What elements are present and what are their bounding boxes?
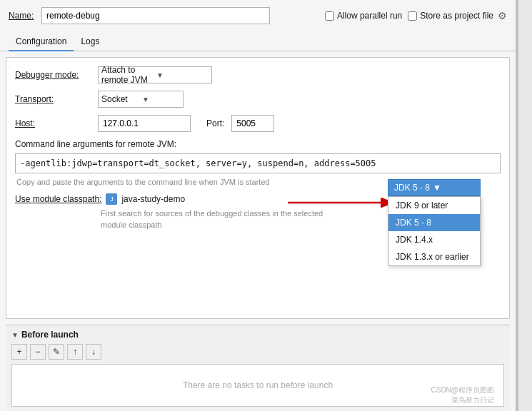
tabs-bar: Configuration Logs (0, 31, 516, 51)
before-launch-toolbar: + − ✎ ↑ ↓ (11, 344, 504, 360)
before-launch-section: ▼ Before launch + − ✎ ↑ ↓ There are no t… (6, 325, 510, 411)
allow-parallel-group: Allow parallel run (325, 11, 402, 21)
command-input[interactable] (15, 153, 501, 173)
gear-icon[interactable]: ⚙ (498, 10, 507, 21)
transport-arrow: ▼ (142, 96, 180, 103)
before-launch-header: ▼ Before launch (11, 330, 504, 340)
host-input[interactable] (98, 115, 191, 132)
header-row: Name: Allow parallel run Store as projec… (0, 0, 516, 31)
move-down-button[interactable]: ↓ (86, 344, 101, 360)
jdk-item-1[interactable]: JDK 5 - 8 (388, 214, 480, 231)
allow-parallel-label: Allow parallel run (337, 11, 402, 21)
transport-label: Transport: (15, 94, 94, 104)
jdk-button[interactable]: JDK 5 - 8 ▼ (388, 179, 481, 196)
store-project-checkbox[interactable] (408, 11, 417, 21)
debugger-mode-label: Debugger mode: (15, 70, 94, 80)
tab-configuration[interactable]: Configuration (9, 32, 74, 51)
move-up-button[interactable]: ↑ (67, 344, 83, 360)
tasks-area: There are no tasks to run before launch (11, 364, 504, 407)
transport-dropdown[interactable]: Socket ▼ (98, 91, 184, 108)
jdk-dropdown-container: JDK 5 - 8 ▼ JDK 9 or later JDK 5 - 8 JDK… (388, 179, 481, 266)
store-project-group: Store as project file ⚙ (408, 10, 507, 21)
collapse-arrow-icon[interactable]: ▼ (11, 331, 19, 339)
jdk-item-3[interactable]: JDK 1.3.x or earlier (388, 248, 480, 265)
debugger-mode-dropdown[interactable]: Attach to remote JVM ▼ (98, 66, 212, 83)
port-label: Port: (206, 118, 224, 128)
name-label: Name: (9, 11, 36, 21)
jdk-button-arrow: ▼ (433, 183, 441, 193)
host-label: Host: (15, 118, 94, 128)
tab-logs[interactable]: Logs (74, 32, 106, 51)
debugger-mode-row: Debugger mode: Attach to remote JVM ▼ (15, 66, 501, 83)
transport-row: Transport: Socket ▼ (15, 91, 501, 108)
transport-value: Socket (101, 94, 139, 104)
no-tasks-text: There are no tasks to run before launch (183, 380, 333, 390)
form-content: Debugger mode: Attach to remote JVM ▼ Tr… (6, 57, 510, 319)
port-input[interactable] (231, 115, 274, 132)
command-box (15, 153, 501, 173)
command-section-label: Command line arguments for remote JVM: (15, 139, 501, 149)
jdk-item-0[interactable]: JDK 9 or later (388, 197, 480, 214)
remove-task-button[interactable]: − (30, 344, 46, 360)
module-value: java-study-demo (121, 194, 185, 204)
debugger-mode-value: Attach to remote JVM (101, 65, 154, 85)
edit-task-button[interactable]: ✎ (49, 344, 64, 360)
add-task-button[interactable]: + (11, 344, 27, 360)
jdk-button-label: JDK 5 - 8 (394, 183, 430, 193)
before-launch-title: Before launch (21, 330, 79, 340)
jdk-dropdown-menu: JDK 9 or later JDK 5 - 8 JDK 1.4.x JDK 1… (388, 196, 481, 266)
module-icon: J (106, 193, 117, 205)
allow-parallel-checkbox[interactable] (325, 11, 334, 21)
host-port-row: Host: Port: (15, 115, 501, 132)
scrollbar[interactable] (518, 0, 532, 411)
name-input[interactable] (41, 7, 270, 24)
jdk-item-2[interactable]: JDK 1.4.x (388, 231, 480, 248)
module-label: Use module classpath: (15, 194, 101, 204)
debugger-mode-arrow: ▼ (156, 71, 209, 79)
store-project-label: Store as project file (420, 11, 493, 21)
